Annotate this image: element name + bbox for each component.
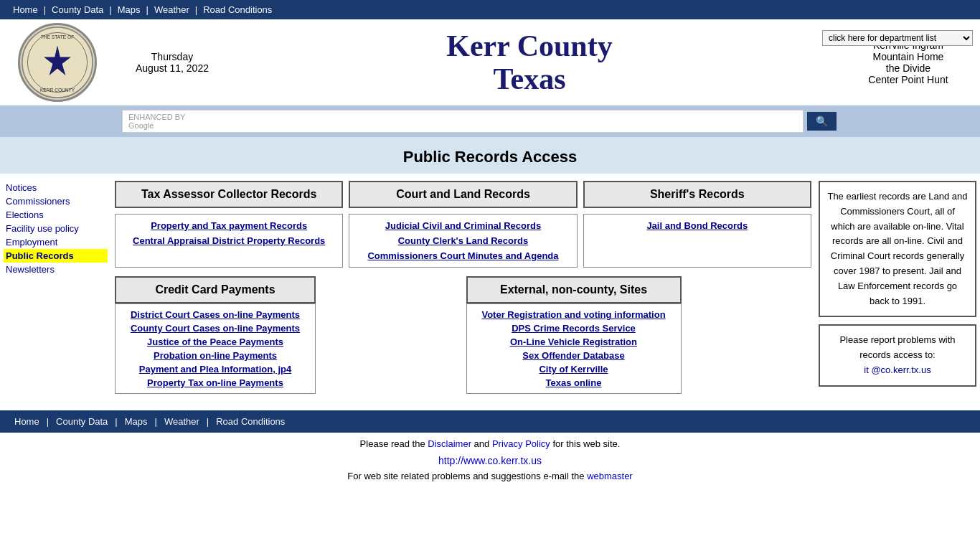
webmaster-prefix: For web site related problems and sugges… — [347, 471, 587, 481]
external-col: External, non-county, Sites Voter Regist… — [466, 276, 812, 394]
sex-offender-link[interactable]: Sex Offender Database — [471, 349, 677, 362]
probation-payment-link[interactable]: Probation on-line Payments — [119, 349, 311, 362]
webmaster-link[interactable]: webmaster — [587, 471, 633, 481]
search-input[interactable] — [207, 116, 797, 127]
logo-area: THE STATE OF KERR COUNTY — [0, 19, 115, 105]
tax-assessor-header[interactable]: Tax Assessor Collector Records — [115, 181, 343, 208]
footer-navigation: Home | County Data | Maps | Weather | Ro… — [0, 410, 980, 433]
sidebar-item-facility[interactable]: Facility use policy — [4, 222, 108, 235]
nav-county-data[interactable]: County Data — [46, 3, 109, 17]
sidebar-item-employment[interactable]: Employment — [4, 235, 108, 249]
sidebar-item-newsletters[interactable]: Newsletters — [4, 263, 108, 276]
footer-nav-road-conditions[interactable]: Road Conditions — [209, 415, 292, 428]
privacy-link[interactable]: Privacy Policy — [492, 438, 550, 449]
middle-content: Tax Assessor Collector Records Court and… — [111, 177, 815, 403]
dept-dropdown[interactable]: click here for department list — [822, 30, 973, 46]
kerrville-link[interactable]: City of Kerrville — [471, 362, 677, 376]
county-name: Kerr County Texas — [222, 29, 837, 95]
vehicle-registration-link[interactable]: On-Line Vehicle Registration — [471, 335, 677, 349]
footer-url: http://www.co.kerr.tx.us — [0, 453, 980, 468]
disclaimer-link[interactable]: Disclaimer — [428, 438, 471, 449]
search-bar: ENHANCED BY Google 🔍 — [0, 105, 980, 137]
search-button[interactable]: 🔍 — [807, 112, 837, 131]
report-problems-box: Please report problems with records acce… — [819, 324, 976, 386]
court-links-box: Judicial Civil and Criminal Records Coun… — [349, 214, 577, 268]
enhanced-by-label: ENHANCED BY Google — [128, 113, 203, 130]
top-navigation: Home | County Data | Maps | Weather | Ro… — [0, 0, 980, 19]
payment-col: Credit Card Payments District Court Case… — [115, 276, 461, 394]
sheriff-header[interactable]: Sheriff's Records — [583, 181, 811, 208]
sheriff-links-box: Jail and Bond Records — [583, 214, 811, 268]
footer-email: For web site related problems and sugges… — [0, 468, 980, 484]
main-layout: Notices Commissioners Elections Facility… — [0, 177, 980, 403]
county-court-payment-link[interactable]: County Court Cases on-line Payments — [119, 321, 311, 335]
external-links-box: Voter Registration and voting informatio… — [466, 303, 682, 394]
footer-nav-weather[interactable]: Weather — [157, 415, 207, 428]
sidebar-item-public-records[interactable]: Public Records — [4, 249, 108, 263]
court-land-header[interactable]: Court and Land Records — [349, 181, 577, 208]
disclaimer-prefix: Please read the — [360, 438, 428, 449]
sidebar: Notices Commissioners Elections Facility… — [0, 177, 111, 403]
and-text: and — [474, 438, 492, 449]
svg-text:KERR COUNTY: KERR COUNTY — [40, 88, 75, 93]
sub-sections: Property and Tax payment Records Central… — [115, 214, 811, 268]
payment-plea-link[interactable]: Payment and Plea Information, jp4 — [119, 362, 311, 376]
sidebar-item-notices[interactable]: Notices — [4, 181, 108, 194]
records-info-text: The earliest records are Land and Commis… — [827, 191, 967, 306]
footer-nav-home[interactable]: Home — [7, 415, 47, 428]
dept-dropdown-area: click here for department list — [822, 30, 973, 46]
county-clerk-link[interactable]: County Clerk's Land Records — [353, 233, 573, 248]
payment-links-box: District Court Cases on-line Payments Co… — [115, 303, 316, 394]
header: THE STATE OF KERR COUNTY Thursday August… — [0, 19, 980, 105]
property-tax-online-link[interactable]: Property Tax on-line Payments — [119, 376, 311, 390]
report-line1: Please report problems with — [827, 333, 968, 348]
nav-road-conditions[interactable]: Road Conditions — [197, 3, 278, 17]
sidebar-item-elections[interactable]: Elections — [4, 208, 108, 222]
footer-nav-maps[interactable]: Maps — [118, 415, 155, 428]
date-line2: August 11, 2022 — [122, 62, 222, 74]
central-appraisal-link[interactable]: Central Appraisal District Property Reco… — [119, 233, 339, 248]
date-line1: Thursday — [122, 51, 222, 62]
texas-online-link[interactable]: Texas online — [471, 376, 677, 390]
voter-registration-link[interactable]: Voter Registration and voting informatio… — [471, 308, 677, 321]
right-column: The earliest records are Land and Commis… — [815, 177, 980, 403]
date-area: Thursday August 11, 2022 — [122, 51, 222, 74]
sidebar-item-commissioners[interactable]: Commissioners — [4, 194, 108, 208]
page-title: Public Records Access — [0, 137, 980, 174]
section-headers: Tax Assessor Collector Records Court and… — [115, 181, 811, 208]
svg-text:THE STATE OF: THE STATE OF — [41, 34, 74, 39]
jail-bond-link[interactable]: Jail and Bond Records — [588, 218, 807, 233]
credit-card-header[interactable]: Credit Card Payments — [115, 276, 316, 303]
for-text: for this web site. — [552, 438, 620, 449]
county-seal: THE STATE OF KERR COUNTY — [18, 23, 97, 102]
commissioners-court-link[interactable]: Commissioners Court Minutes and Agenda — [353, 248, 573, 263]
footer-nav-county-data[interactable]: County Data — [49, 415, 115, 428]
footer-bottom: Please read the Disclaimer and Privacy P… — [0, 433, 980, 453]
district-court-payment-link[interactable]: District Court Cases on-line Payments — [119, 308, 311, 321]
search-wrapper: ENHANCED BY Google — [122, 110, 804, 133]
nav-home[interactable]: Home — [7, 3, 44, 17]
external-sites-header[interactable]: External, non-county, Sites — [466, 276, 682, 303]
nav-weather[interactable]: Weather — [149, 3, 195, 17]
nav-maps[interactable]: Maps — [112, 3, 146, 17]
judicial-civil-link[interactable]: Judicial Civil and Criminal Records — [353, 218, 573, 233]
report-email-link[interactable]: it @co.kerr.tx.us — [864, 364, 930, 375]
report-line2: records access to: — [827, 348, 968, 363]
county-url-link[interactable]: http://www.co.kerr.tx.us — [438, 455, 542, 466]
records-info-box: The earliest records are Land and Commis… — [819, 181, 976, 317]
payment-external-row: Credit Card Payments District Court Case… — [115, 276, 811, 394]
tax-links-box: Property and Tax payment Records Central… — [115, 214, 343, 268]
justice-peace-payment-link[interactable]: Justice of the Peace Payments — [119, 335, 311, 349]
dps-crime-link[interactable]: DPS Crime Records Service — [471, 321, 677, 335]
property-tax-link[interactable]: Property and Tax payment Records — [119, 218, 339, 233]
county-title: Kerr County Texas — [222, 22, 837, 103]
